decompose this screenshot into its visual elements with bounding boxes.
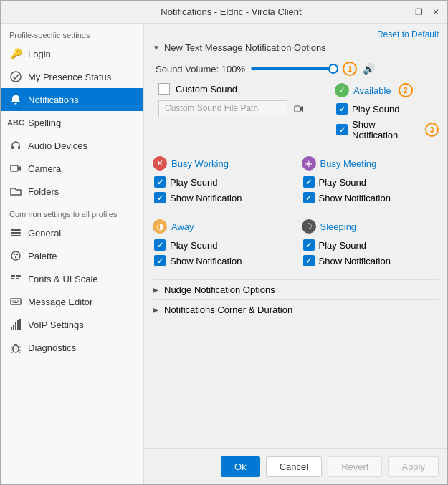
svg-rect-4 (11, 165, 18, 171)
sidebar-item-folders[interactable]: Folders (1, 180, 143, 203)
revert-button[interactable]: Revert (328, 456, 382, 477)
slider-track (251, 67, 337, 70)
available-row: Custom Sound Custom Sound File Path (153, 83, 439, 145)
reset-to-default-link[interactable]: Reset to Default (377, 29, 439, 39)
svg-rect-8 (11, 235, 21, 236)
section-title: New Text Message Notification Options (164, 42, 326, 53)
sidebar-item-audio[interactable]: Audio Devices (1, 134, 143, 157)
maximize-button[interactable]: ❐ (413, 6, 424, 18)
sound-volume-label: Sound Volume: 100% (156, 64, 245, 75)
cancel-button[interactable]: Cancel (266, 456, 322, 477)
folder-icon (9, 185, 22, 198)
sleeping-show-notification-row: Show Notification (302, 255, 439, 266)
available-status-card: ✓ Available 2 Play Sound Show Notificati… (335, 83, 439, 145)
available-show-notification-label: Show Notification (352, 119, 418, 140)
file-browse-button[interactable] (292, 102, 306, 116)
ok-button[interactable]: Ok (221, 456, 260, 477)
nudge-options-label: Nudge Notification Options (164, 284, 275, 295)
sidebar-item-label: Spelling (28, 117, 61, 128)
svg-rect-19 (15, 301, 16, 302)
available-play-sound-label: Play Sound (352, 104, 400, 115)
available-badge: 2 (399, 83, 413, 97)
corner-duration-row[interactable]: ▶ Notifications Corner & Duration (153, 299, 439, 320)
close-button[interactable]: ✕ (430, 6, 442, 18)
fonts-icon (9, 272, 22, 285)
svg-rect-22 (11, 327, 12, 330)
sidebar-item-palette[interactable]: Palette (1, 244, 143, 267)
svg-rect-15 (16, 275, 21, 277)
sidebar-item-label: Message Editor (28, 297, 92, 307)
spelling-icon: ABC (9, 116, 22, 129)
titlebar: Notifications - Eldric - Virola Client ❐… (1, 1, 447, 24)
svg-rect-2 (11, 146, 14, 149)
svg-point-12 (15, 256, 16, 258)
sleeping-card: ☽ Sleeping Play Sound Show Notification (302, 219, 439, 271)
key-icon: 🔑 (9, 47, 22, 60)
svg-rect-7 (11, 232, 21, 234)
away-show-notification-checkbox[interactable] (154, 255, 166, 266)
sidebar-item-diagnostics[interactable]: Diagnostics (1, 336, 143, 359)
busy-working-card: ✕ Busy Working Play Sound Show Notificat… (153, 156, 290, 208)
titlebar-controls: ❐ ✕ (413, 6, 442, 18)
busy-meeting-show-notification-checkbox[interactable] (303, 192, 315, 203)
custom-sound-row: Custom Sound (156, 83, 306, 95)
svg-point-11 (16, 254, 18, 255)
show-notification-badge: 3 (425, 123, 439, 137)
sidebar-item-general[interactable]: General (1, 221, 143, 244)
keyboard-icon (9, 295, 22, 308)
away-icon: ◑ (153, 219, 167, 234)
custom-sound-file-input[interactable]: Custom Sound File Path (158, 100, 287, 117)
available-show-notification-checkbox[interactable] (336, 124, 348, 135)
busy-working-play-sound-checkbox[interactable] (154, 176, 166, 188)
sidebar: Profile-specific settings 🔑 Login My Pre… (1, 24, 144, 484)
busy-meeting-play-sound-label: Play Sound (319, 177, 367, 188)
away-play-sound-checkbox[interactable] (154, 239, 166, 251)
apply-button[interactable]: Apply (388, 456, 439, 477)
nudge-options-row[interactable]: ▶ Nudge Notification Options (153, 279, 439, 299)
corner-expand-arrow-icon: ▶ (153, 306, 158, 314)
main-header: Reset to Default (144, 24, 447, 42)
svg-rect-21 (14, 302, 18, 303)
sidebar-item-label: My Presence Status (28, 72, 111, 82)
busy-working-label: Busy Working (171, 158, 229, 169)
away-play-sound-row: Play Sound (153, 239, 290, 251)
collapse-arrow-icon[interactable]: ▼ (153, 44, 160, 52)
svg-rect-23 (13, 325, 14, 330)
busy-meeting-play-sound-checkbox[interactable] (303, 176, 315, 188)
sidebar-item-camera[interactable]: Camera (1, 157, 143, 180)
sleeping-label: Sleeping (320, 221, 357, 232)
sidebar-item-notifications[interactable]: Notifications (1, 88, 143, 111)
sleeping-play-sound-label: Play Sound (319, 240, 367, 251)
section-header: ▼ New Text Message Notification Options (153, 42, 439, 53)
speaker-icon[interactable]: 🔊 (363, 63, 375, 75)
volume-slider[interactable]: 1 (251, 62, 357, 76)
away-play-sound-label: Play Sound (170, 240, 218, 251)
busy-working-icon: ✕ (153, 156, 167, 171)
status-grid: ✕ Busy Working Play Sound Show Notificat… (153, 156, 439, 271)
custom-sound-checkbox[interactable] (158, 83, 170, 95)
busy-working-show-notification-checkbox[interactable] (154, 192, 166, 203)
away-header: ◑ Away (153, 219, 290, 234)
sidebar-item-login[interactable]: 🔑 Login (1, 42, 143, 65)
sidebar-item-fonts[interactable]: Fonts & UI Scale (1, 267, 143, 290)
away-card: ◑ Away Play Sound Show Notification (153, 219, 290, 271)
sidebar-item-label: General (28, 228, 61, 239)
sidebar-item-spelling[interactable]: ABC Spelling (1, 111, 143, 134)
sleeping-show-notification-checkbox[interactable] (303, 255, 315, 266)
svg-line-33 (19, 352, 20, 353)
available-icon: ✓ (335, 83, 349, 97)
sleeping-play-sound-checkbox[interactable] (303, 239, 315, 251)
svg-rect-20 (17, 301, 19, 302)
nudge-expand-arrow-icon: ▶ (153, 286, 158, 294)
general-icon (9, 226, 22, 239)
available-header: ✓ Available 2 (335, 83, 439, 97)
svg-rect-1 (15, 103, 17, 105)
sidebar-item-voip[interactable]: VoIP Settings (1, 313, 143, 336)
sidebar-item-presence[interactable]: My Presence Status (1, 65, 143, 88)
svg-rect-3 (18, 146, 20, 149)
busy-working-play-sound-label: Play Sound (170, 177, 218, 188)
busy-meeting-show-notification-row: Show Notification (302, 192, 439, 203)
bell-icon (9, 93, 22, 106)
sidebar-item-message-editor[interactable]: Message Editor (1, 290, 143, 313)
available-play-sound-checkbox[interactable] (336, 103, 348, 115)
